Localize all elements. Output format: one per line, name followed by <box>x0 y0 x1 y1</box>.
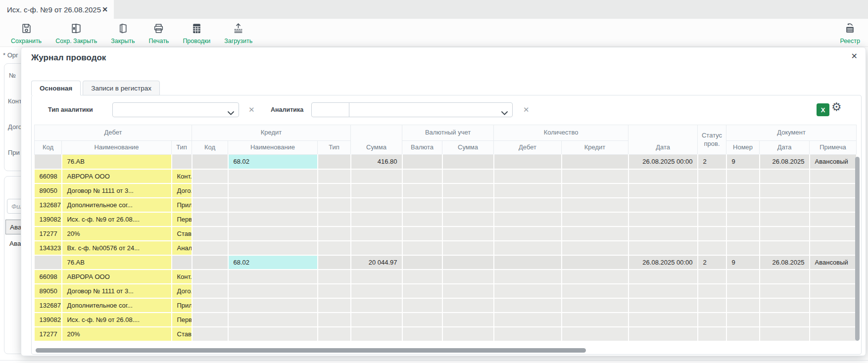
cell-doc_date[interactable] <box>760 241 810 255</box>
cell-doc_date[interactable] <box>760 284 810 298</box>
cell-status[interactable] <box>698 270 726 284</box>
cell-cur_sum[interactable] <box>442 284 494 298</box>
cell-d_code[interactable]: 89050 <box>35 284 62 298</box>
cell-note[interactable] <box>810 212 857 227</box>
cell-d_name[interactable]: Дополнительное сог... <box>62 298 172 313</box>
cell-q_kredit[interactable] <box>562 313 628 327</box>
cell-cur_sum[interactable] <box>442 227 494 241</box>
cell-note[interactable]: Авансовый <box>810 155 857 169</box>
cell-k_code[interactable] <box>192 227 228 241</box>
cell-d_name[interactable]: АВРОРА ООО <box>62 169 172 183</box>
cell-status[interactable] <box>698 183 726 198</box>
header-credit-name[interactable]: Наименование <box>228 141 318 155</box>
analytics-code-input[interactable] <box>311 102 349 117</box>
analytics-row[interactable]: 139082Исх. с-ф. №9 от 26.08....Перв... <box>35 212 857 227</box>
cell-d_name[interactable]: Вх. с-ф. №00576 от 24... <box>62 241 172 255</box>
header-amount[interactable]: Сумма <box>351 125 402 155</box>
tab-main[interactable]: Основная <box>31 81 81 95</box>
analytics-row[interactable]: 132687Дополнительное сог...Прил... <box>35 198 857 212</box>
header-date[interactable]: Дата <box>628 125 698 155</box>
cell-d_name[interactable]: 20% <box>62 227 172 241</box>
cell-sum[interactable] <box>351 284 402 298</box>
cell-sum[interactable] <box>351 313 402 327</box>
cell-k_tip[interactable] <box>318 284 351 298</box>
cell-k_tip[interactable] <box>318 313 351 327</box>
cell-cur_sum[interactable] <box>442 255 494 270</box>
cell-d_tip[interactable]: Дого... <box>172 284 192 298</box>
cell-date[interactable] <box>628 327 698 341</box>
cell-d_code[interactable]: 17277 <box>35 227 62 241</box>
cell-doc_date[interactable] <box>760 212 810 227</box>
cell-sum[interactable]: 20 044.97 <box>351 255 402 270</box>
cell-sum[interactable]: 416.80 <box>351 155 402 169</box>
cell-q_debet[interactable] <box>494 255 562 270</box>
cell-q_kredit[interactable] <box>562 183 628 198</box>
cell-sum[interactable] <box>351 198 402 212</box>
postings-button[interactable]: Проводки <box>183 22 210 45</box>
analytics-row[interactable]: 1727720%Став... <box>35 327 857 341</box>
cell-d_code[interactable] <box>35 155 62 169</box>
analytics-type-select[interactable] <box>112 102 239 117</box>
cell-currency[interactable] <box>402 298 442 313</box>
header-doc-number[interactable]: Номер <box>726 141 760 155</box>
cell-cur_sum[interactable] <box>442 241 494 255</box>
cell-date[interactable]: 26.08.2025 00:00 <box>628 155 698 169</box>
cell-d_code[interactable]: 89050 <box>35 183 62 198</box>
cell-doc_date[interactable]: 26.08.2025 <box>760 155 810 169</box>
cell-k_code[interactable] <box>192 183 228 198</box>
cell-cur_sum[interactable] <box>442 212 494 227</box>
cell-k_tip[interactable] <box>318 183 351 198</box>
analytics-row[interactable]: 134323Вх. с-ф. №00576 от 24...Анал... <box>35 241 857 255</box>
header-doc-date[interactable]: Дата <box>760 141 810 155</box>
cell-note[interactable] <box>810 241 857 255</box>
cell-d_name[interactable]: Договор № 1111 от 3... <box>62 284 172 298</box>
cell-d_tip[interactable] <box>172 155 192 169</box>
cell-d_code[interactable]: 66098 <box>35 169 62 183</box>
cell-k_code[interactable] <box>192 255 228 270</box>
header-debit-type[interactable]: Тип <box>172 141 192 155</box>
cell-q_kredit[interactable] <box>562 327 628 341</box>
cell-q_kredit[interactable] <box>562 227 628 241</box>
cell-currency[interactable] <box>402 327 442 341</box>
cell-d_name[interactable]: 76.АВ <box>62 255 172 270</box>
cell-num[interactable] <box>726 270 760 284</box>
cell-doc_date[interactable] <box>760 198 810 212</box>
cell-d_code[interactable]: 66098 <box>35 270 62 284</box>
cell-status[interactable] <box>698 227 726 241</box>
cell-k_name[interactable] <box>228 313 318 327</box>
cell-d_name[interactable]: 76.АВ <box>62 155 172 169</box>
cell-k_name[interactable] <box>228 169 318 183</box>
cell-doc_date[interactable] <box>760 183 810 198</box>
cell-date[interactable] <box>628 198 698 212</box>
cell-k_name[interactable] <box>228 284 318 298</box>
cell-d_tip[interactable]: Прил... <box>172 198 192 212</box>
tab-register-records[interactable]: Записи в регистрах <box>83 81 160 95</box>
cell-doc_date[interactable] <box>760 327 810 341</box>
cell-q_debet[interactable] <box>494 313 562 327</box>
cell-note[interactable]: Авансовый <box>810 255 857 270</box>
cell-k_tip[interactable] <box>318 212 351 227</box>
cell-cur_sum[interactable] <box>442 327 494 341</box>
print-button[interactable]: Печать <box>148 22 169 45</box>
cell-status[interactable]: 2 <box>698 155 726 169</box>
cell-k_name[interactable] <box>228 270 318 284</box>
cell-k_code[interactable] <box>192 298 228 313</box>
analytics-row[interactable]: 89050Договор № 1111 от 3...Дого... <box>35 284 857 298</box>
cell-doc_date[interactable] <box>760 227 810 241</box>
cell-note[interactable] <box>810 327 857 341</box>
cell-num[interactable] <box>726 284 760 298</box>
cell-sum[interactable] <box>351 270 402 284</box>
cell-q_debet[interactable] <box>494 169 562 183</box>
cell-status[interactable] <box>698 313 726 327</box>
dialog-close-icon[interactable]: ✕ <box>851 51 858 61</box>
header-debit-code[interactable]: Код <box>35 141 62 155</box>
cell-date[interactable] <box>628 183 698 198</box>
cell-sum[interactable] <box>351 183 402 198</box>
cell-note[interactable] <box>810 298 857 313</box>
cell-q_debet[interactable] <box>494 284 562 298</box>
cell-sum[interactable] <box>351 298 402 313</box>
cell-d_code[interactable] <box>35 255 62 270</box>
cell-currency[interactable] <box>402 241 442 255</box>
cell-k_tip[interactable] <box>318 241 351 255</box>
cell-num[interactable] <box>726 183 760 198</box>
